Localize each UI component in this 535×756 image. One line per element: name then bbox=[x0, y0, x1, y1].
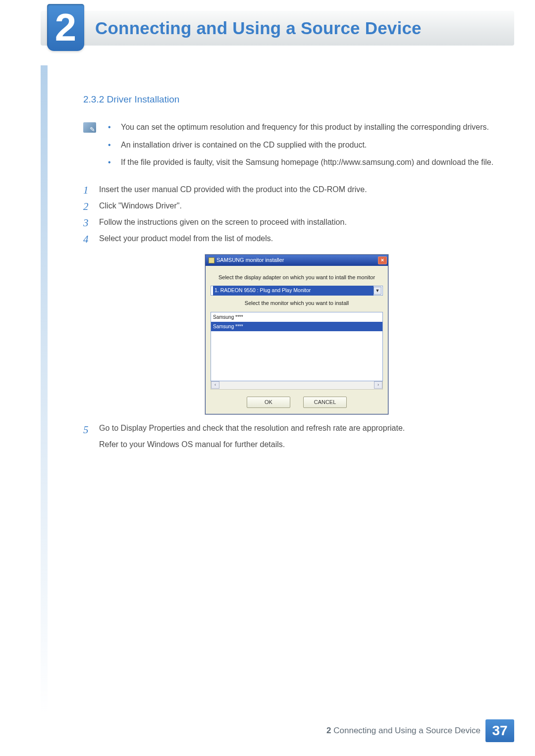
footer-label: 2 Connecting and Using a Source Device bbox=[326, 726, 481, 736]
page: Connecting and Using a Source Device 2 2… bbox=[0, 0, 535, 756]
footer-chapter-number: 2 bbox=[326, 726, 331, 735]
step-text: Insert the user manual CD provided with … bbox=[99, 185, 367, 194]
step-3: 3 Follow the instructions given on the s… bbox=[83, 215, 494, 229]
note-item: If the file provided is faulty, visit th… bbox=[108, 156, 493, 169]
dialog-app-icon bbox=[209, 257, 214, 263]
dialog-title: SAMSUNG monitor installer bbox=[216, 255, 284, 265]
ok-button[interactable]: OK bbox=[247, 397, 290, 408]
header-bar: Connecting and Using a Source Device bbox=[41, 11, 514, 46]
step-text: Click "Windows Driver". bbox=[99, 202, 182, 210]
dialog-screenshot: SAMSUNG monitor installer × Select the d… bbox=[99, 254, 494, 414]
dialog-buttons: OK CANCEL bbox=[211, 397, 383, 408]
note-item: You can set the optimum resolution and f… bbox=[108, 121, 493, 134]
steps-list: 1 Insert the user manual CD provided wit… bbox=[83, 183, 494, 452]
step-number: 4 bbox=[83, 231, 89, 249]
note-text: If the file provided is faulty, visit th… bbox=[121, 158, 493, 166]
section-heading: 2.3.2 Driver Installation bbox=[83, 94, 494, 105]
chapter-title: Connecting and Using a Source Device bbox=[95, 18, 422, 38]
note-block: You can set the optimum resolution and f… bbox=[83, 121, 494, 174]
adapter-selected-text: 1. RADEON 9550 : Plug and Play Monitor bbox=[213, 286, 374, 296]
footer: 2 Connecting and Using a Source Device 3… bbox=[0, 719, 514, 742]
dialog-titlebar: SAMSUNG monitor installer × bbox=[206, 255, 388, 266]
chevron-down-icon[interactable]: ▼ bbox=[374, 287, 381, 295]
step-5: 5 Go to Display Properties and check tha… bbox=[83, 421, 494, 451]
step-number: 1 bbox=[83, 182, 89, 200]
monitor-list[interactable]: Samsung **** Samsung **** bbox=[211, 312, 383, 381]
left-accent bbox=[41, 65, 48, 714]
note-text: An installation driver is contained on t… bbox=[121, 141, 367, 149]
step-number: 3 bbox=[83, 214, 89, 232]
footer-page-number: 37 bbox=[485, 719, 514, 742]
chapter-number: 2 bbox=[55, 5, 76, 50]
installer-dialog: SAMSUNG monitor installer × Select the d… bbox=[205, 254, 388, 414]
list-item[interactable]: Samsung **** bbox=[211, 322, 382, 331]
list-item[interactable]: Samsung **** bbox=[211, 312, 382, 322]
adapter-select[interactable]: 1. RADEON 9550 : Plug and Play Monitor ▼ bbox=[211, 286, 383, 296]
note-list: You can set the optimum resolution and f… bbox=[108, 121, 493, 174]
footer-chapter-title: Connecting and Using a Source Device bbox=[333, 726, 481, 735]
content-area: 2.3.2 Driver Installation You can set th… bbox=[83, 94, 494, 454]
note-text: You can set the optimum resolution and f… bbox=[121, 123, 489, 131]
scroll-right-icon[interactable]: › bbox=[374, 381, 382, 389]
step-2: 2 Click "Windows Driver". bbox=[83, 199, 494, 212]
adapter-label: Select the display adapter on which you … bbox=[211, 273, 383, 282]
close-icon[interactable]: × bbox=[378, 256, 387, 264]
note-item: An installation driver is contained on t… bbox=[108, 139, 493, 151]
monitor-label: Select the monitor which you want to ins… bbox=[211, 299, 383, 308]
step-text: Go to Display Properties and check that … bbox=[99, 424, 405, 432]
step-1: 1 Insert the user manual CD provided wit… bbox=[83, 183, 494, 196]
step-text: Select your product model from the list … bbox=[99, 234, 273, 243]
chapter-number-badge: 2 bbox=[47, 4, 84, 51]
horizontal-scrollbar[interactable]: ‹ › bbox=[211, 381, 383, 390]
note-icon bbox=[83, 122, 96, 133]
step-text: Follow the instructions given on the scr… bbox=[99, 218, 347, 226]
step-subtext: Refer to your Windows OS manual for furt… bbox=[99, 438, 494, 451]
step-number: 2 bbox=[83, 198, 89, 216]
scroll-left-icon[interactable]: ‹ bbox=[211, 381, 219, 389]
cancel-button[interactable]: CANCEL bbox=[303, 397, 347, 408]
step-number: 5 bbox=[83, 421, 89, 439]
dialog-body: Select the display adapter on which you … bbox=[206, 266, 388, 414]
dialog-title-wrap: SAMSUNG monitor installer bbox=[209, 255, 284, 265]
step-4: 4 Select your product model from the lis… bbox=[83, 232, 494, 414]
